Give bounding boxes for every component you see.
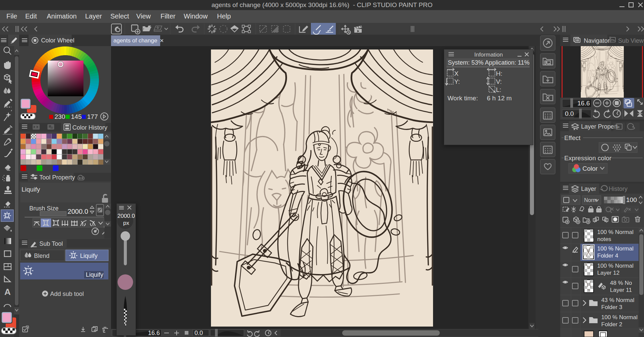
svg-text:notes: notes [597,236,611,242]
svg-text:V:: V: [496,78,502,85]
svg-text:Liquify: Liquify [86,271,103,278]
svg-text:Color History: Color History [72,124,107,131]
svg-text:H:: H: [496,70,502,77]
svg-text:Folder 2: Folder 2 [601,321,622,328]
svg-text:Folder 3: Folder 3 [601,304,622,310]
svg-text:Sub Tool: Sub Tool [39,240,63,247]
svg-text:Folder 4: Folder 4 [597,252,618,259]
svg-text:2000.0: 2000.0 [68,208,88,215]
svg-text:0.0: 0.0 [565,110,574,117]
svg-text:16.6: 16.6 [148,330,160,336]
svg-text:Information: Information [474,52,503,58]
svg-text:px: px [123,220,129,226]
svg-text:43 % Normal: 43 % Normal [601,297,634,303]
svg-text:History: History [609,186,628,192]
svg-text:100: 100 [626,196,637,203]
svg-text:16.6: 16.6 [577,100,590,107]
svg-text:145: 145 [71,113,82,120]
svg-text:0.0: 0.0 [194,330,203,336]
svg-text:Layer 11: Layer 11 [610,287,632,293]
svg-text:Norm: Norm [584,197,597,203]
svg-text:Layer Propert: Layer Propert [581,123,618,130]
svg-text:100 % Normal: 100 % Normal [597,245,634,252]
svg-text:48 % No: 48 % No [610,280,632,286]
svg-text:2000.0: 2000.0 [117,213,135,219]
svg-text:Y:: Y: [454,78,460,85]
svg-text:A: A [4,287,11,297]
svg-text:Expression color: Expression color [564,155,612,162]
svg-text:Liquify: Liquify [22,186,40,193]
svg-text:177: 177 [87,113,98,120]
svg-text:100 % Normal: 100 % Normal [601,314,638,321]
svg-text:Layer: Layer [581,186,596,192]
svg-text:L:: L: [496,86,501,93]
svg-text:Navigator: Navigator [584,37,610,44]
svg-text:Effect: Effect [564,134,581,141]
svg-text:X: X [454,70,459,77]
svg-text:230: 230 [55,113,65,120]
svg-text:Layer 12: Layer 12 [597,270,619,276]
svg-text:Blend: Blend [34,252,49,259]
svg-text:6 h 12 m: 6 h 12 m [487,95,512,102]
svg-text:Add sub tool: Add sub tool [50,291,84,297]
svg-text:Brush Size: Brush Size [29,205,59,212]
svg-text:Tool Property: Tool Property [39,174,75,181]
svg-text:System: 53% Application: 11%: System: 53% Application: 11% [448,59,530,66]
svg-text:Work time:: Work time: [448,95,478,102]
svg-text:100 % Normal: 100 % Normal [597,229,634,235]
svg-text:Sub View: Sub View [618,37,644,44]
svg-text:Liquify: Liquify [80,252,98,259]
svg-text:100 % Normal: 100 % Normal [597,263,634,269]
svg-text:Color: Color [582,165,598,172]
